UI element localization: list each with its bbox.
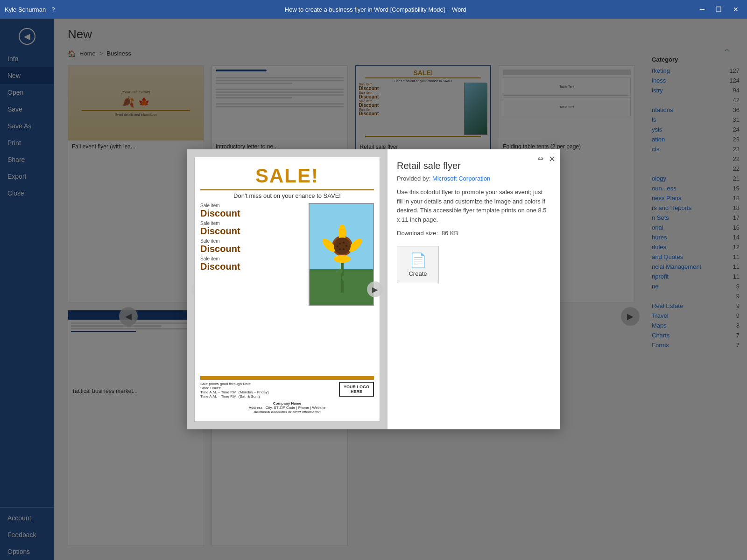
title-bar: Kyle Schurman ? How to create a business… bbox=[0, 0, 747, 19]
flyer-footer-bar bbox=[200, 376, 374, 380]
flyer-item-2: Sale item Discount bbox=[200, 221, 305, 237]
flyer-footer-text: Sale prices good through Date Store Hour… bbox=[200, 382, 374, 399]
modal-provided-by: Provided by: Microsoft Corporation bbox=[397, 175, 549, 182]
flyer-logo-box: YOUR LOGOHERE bbox=[339, 382, 374, 397]
flyer-sale-title: SALE! bbox=[255, 165, 319, 187]
flyer-gold-line-top bbox=[200, 189, 374, 190]
modal-overlay: ✕ ⇔ ◀ SALE! Don't miss out on your chanc… bbox=[0, 19, 747, 560]
title-bar-user: Kyle Schurman ? bbox=[5, 6, 55, 13]
svg-point-15 bbox=[339, 243, 341, 245]
flyer-footer-line1: Sale prices good through Date bbox=[200, 382, 269, 386]
modal-provider-link[interactable]: Microsoft Corporation bbox=[432, 175, 490, 182]
svg-point-19 bbox=[339, 248, 341, 250]
window-title: How to create a business flyer in Word [… bbox=[55, 6, 696, 13]
flyer-body: Sale item Discount Sale item Discount Sa… bbox=[200, 203, 374, 373]
svg-point-16 bbox=[343, 242, 345, 244]
create-button-label: Create bbox=[409, 270, 427, 277]
close-button[interactable]: ✕ bbox=[729, 4, 742, 14]
flyer-sunflower-image bbox=[309, 203, 374, 306]
help-button[interactable]: ? bbox=[51, 6, 55, 13]
download-size-value: 86 KB bbox=[442, 230, 458, 237]
modal-preview-pane: ◀ SALE! Don't miss out on your chance to… bbox=[187, 149, 388, 429]
flyer-footer-left: Sale prices good through Date Store Hour… bbox=[200, 382, 269, 399]
sunflower-svg bbox=[310, 204, 374, 306]
restore-button[interactable]: ❐ bbox=[712, 4, 726, 14]
template-preview-modal: ✕ ⇔ ◀ SALE! Don't miss out on your chanc… bbox=[187, 149, 560, 429]
modal-close-button[interactable]: ✕ bbox=[549, 154, 556, 164]
svg-point-17 bbox=[345, 245, 347, 247]
create-button[interactable]: 📄 Create bbox=[397, 246, 439, 283]
flyer-item-3: Sale item Discount bbox=[200, 238, 305, 254]
modal-expand-icon[interactable]: ⇔ bbox=[537, 154, 543, 163]
user-name: Kyle Schurman bbox=[5, 6, 46, 13]
flyer-footer-line4: Time A.M. – Time P.M. (Sat. & Sun.) bbox=[200, 394, 269, 399]
create-document-icon: 📄 bbox=[409, 252, 427, 268]
minimize-button[interactable]: ─ bbox=[696, 4, 708, 14]
flyer-footer-line3: Time A.M. – Time P.M. (Monday – Friday) bbox=[200, 390, 269, 394]
svg-point-20 bbox=[337, 245, 338, 247]
flyer-item-1: Sale item Discount bbox=[200, 203, 305, 219]
flyer-company-name: Company Name Address | City, ST ZIP Code… bbox=[200, 401, 374, 414]
svg-point-14 bbox=[334, 238, 351, 254]
flyer-items: Sale item Discount Sale item Discount Sa… bbox=[200, 203, 305, 373]
svg-point-12 bbox=[334, 255, 351, 263]
modal-info-pane: Retail sale flyer Provided by: Microsoft… bbox=[388, 149, 560, 429]
modal-download-size: Download size: 86 KB bbox=[397, 230, 549, 237]
flyer-subtitle: Don't miss out on your chance to SAVE! bbox=[233, 192, 341, 199]
modal-description: Use this colorful flyer to promote your … bbox=[397, 188, 549, 224]
modal-nav-right[interactable]: ▶ bbox=[367, 281, 383, 297]
svg-point-18 bbox=[343, 248, 345, 250]
modal-template-title: Retail sale flyer bbox=[397, 161, 549, 171]
flyer-preview: SALE! Don't miss out on your chance to S… bbox=[194, 157, 380, 422]
window-controls: ─ ❐ ✕ bbox=[696, 4, 742, 14]
flyer-footer-line2: Store Hours: bbox=[200, 386, 269, 390]
flyer-item-4: Sale item Discount bbox=[200, 256, 305, 272]
